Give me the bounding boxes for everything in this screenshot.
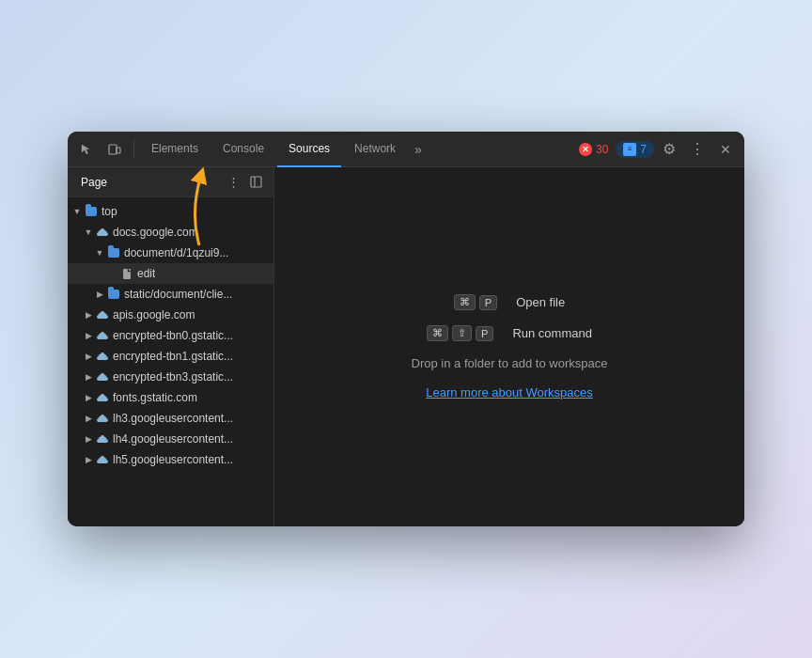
cloud-icon-lh4: [96, 432, 109, 446]
tree-item-encrypted-tbn3[interactable]: ▶ encrypted-tbn3.gstatic...: [68, 367, 273, 387]
shortcut-open-file: ⌘ P Open file: [454, 294, 565, 310]
tab-elements[interactable]: Elements: [140, 132, 210, 167]
close-button[interactable]: ✕: [712, 136, 739, 163]
cloud-icon-lh5: [96, 453, 109, 466]
console-icon: ≡: [623, 143, 636, 156]
error-icon: ✕: [579, 143, 592, 156]
arrow-edit: [107, 268, 118, 279]
console-count-label: 7: [640, 143, 647, 156]
sidebar: Page ⋮ ▼: [68, 167, 274, 526]
key-cmd2: ⌘: [427, 325, 448, 341]
arrow-top: ▼: [71, 206, 83, 217]
devtools-content: Page ⋮ ▼: [68, 167, 744, 526]
tree-item-docs-google[interactable]: ▼ docs.google.com: [68, 222, 273, 243]
inspect-element-button[interactable]: [73, 136, 100, 163]
svg-rect-5: [123, 269, 131, 279]
arrow-fonts: ▶: [83, 392, 94, 403]
shortcut-open-file-label: Open file: [516, 295, 565, 309]
arrow-docs-google: ▼: [83, 227, 94, 238]
shortcut-run-command: ⌘ ⇧ P Run command: [427, 325, 592, 341]
arrow-encrypted-tbn3: ▶: [83, 371, 94, 383]
error-count-label: 30: [596, 143, 608, 156]
sidebar-more-button[interactable]: ⋮: [223, 172, 243, 193]
cloud-icon-enc3: [96, 370, 109, 384]
key-p: P: [479, 295, 497, 310]
console-count-badge[interactable]: ≡ 7: [616, 141, 654, 158]
tree-item-document-d[interactable]: ▼ document/d/1qzui9...: [68, 243, 273, 263]
settings-button[interactable]: ⚙: [656, 136, 682, 163]
arrow-static-document: ▶: [94, 289, 105, 300]
shortcut-run-command-label: Run command: [512, 326, 592, 340]
arrow-encrypted-tbn1: ▶: [83, 351, 94, 362]
cloud-icon-fonts: [96, 391, 109, 404]
main-panel: ⌘ P Open file ⌘ ⇧ P Run command Drop in …: [274, 167, 744, 526]
tree-item-lh4[interactable]: ▶ lh4.googleusercontent...: [68, 429, 273, 449]
shortcut-open-file-keys: ⌘ P: [454, 294, 497, 310]
arrow-lh4: ▶: [83, 433, 94, 445]
tree-item-encrypted-tbn0[interactable]: ▶ encrypted-tbn0.gstatic...: [68, 325, 273, 346]
more-tabs-button[interactable]: »: [409, 142, 428, 157]
cloud-icon-docs: [96, 226, 109, 239]
cloud-icon-lh3: [96, 412, 109, 425]
tree-item-encrypted-tbn1[interactable]: ▶ encrypted-tbn1.gstatic...: [68, 346, 273, 367]
devtools-window: Elements Console Sources Network » ✕ 30 …: [68, 132, 744, 526]
arrow-document-d: ▼: [94, 247, 105, 258]
tab-sources[interactable]: Sources: [277, 132, 341, 167]
folder-icon-document: [107, 246, 120, 259]
svg-rect-3: [251, 177, 261, 187]
cloud-icon-apis: [96, 308, 109, 321]
svg-rect-1: [109, 145, 117, 154]
sidebar-panel-button[interactable]: [245, 172, 266, 193]
device-toolbar-button[interactable]: [102, 136, 128, 163]
sidebar-header: Page ⋮: [68, 167, 273, 197]
sidebar-tree: ▼ top ▼ docs.google.com ▼: [68, 197, 273, 526]
tree-item-static-document[interactable]: ▶ static/document/clie...: [68, 284, 273, 305]
tree-item-fonts-gstatic[interactable]: ▶ fonts.gstatic.com: [68, 387, 273, 408]
folder-icon-static: [107, 288, 120, 301]
svg-rect-2: [117, 148, 120, 153]
cloud-icon-enc1: [96, 350, 109, 363]
arrow-apis-google: ▶: [83, 309, 94, 321]
sidebar-actions: ⋮: [223, 172, 266, 193]
tree-item-apis-google[interactable]: ▶ apis.google.com: [68, 305, 273, 325]
key-shift: ⇧: [452, 325, 472, 341]
tree-item-lh3[interactable]: ▶ lh3.googleusercontent...: [68, 408, 273, 429]
tab-network[interactable]: Network: [343, 132, 407, 167]
file-icon-edit: [120, 267, 133, 280]
sidebar-tab-page[interactable]: Page: [75, 172, 113, 193]
cloud-icon-enc0: [96, 329, 109, 342]
devtools-header: Elements Console Sources Network » ✕ 30 …: [68, 132, 744, 167]
tree-item-top[interactable]: ▼ top: [68, 201, 273, 222]
key-cmd: ⌘: [454, 294, 476, 310]
error-count-badge[interactable]: ✕ 30: [573, 141, 614, 158]
arrow-encrypted-tbn0: ▶: [83, 330, 94, 341]
folder-icon-top: [85, 205, 98, 218]
tab-divider: [133, 140, 134, 159]
key-p2: P: [476, 326, 493, 341]
tab-console[interactable]: Console: [211, 132, 275, 167]
arrow-lh3: ▶: [83, 413, 94, 424]
tree-item-lh5[interactable]: ▶ lh5.googleusercontent...: [68, 449, 273, 470]
more-options-button[interactable]: ⋮: [684, 136, 710, 163]
tree-item-edit[interactable]: edit: [68, 263, 273, 284]
workspace-link[interactable]: Learn more about Workspaces: [426, 385, 593, 400]
drop-folder-text: Drop in a folder to add to workspace: [412, 356, 608, 370]
shortcut-run-command-keys: ⌘ ⇧ P: [427, 325, 493, 341]
arrow-lh5: ▶: [83, 454, 94, 465]
